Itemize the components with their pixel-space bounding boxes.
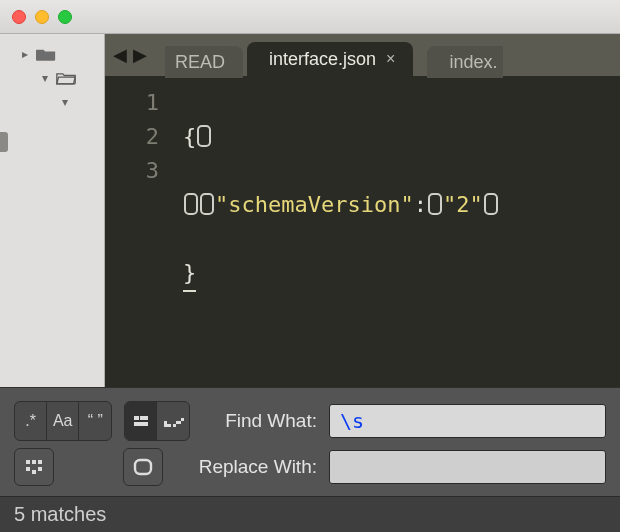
selection-icon [131, 411, 151, 431]
replace-input[interactable] [329, 450, 606, 484]
tab-interface-json[interactable]: interface.json × [247, 42, 413, 76]
wrap-icon [162, 412, 184, 430]
window-zoom-button[interactable] [58, 10, 72, 24]
window-close-button[interactable] [12, 10, 26, 24]
whitespace-match-marker [484, 193, 498, 215]
whitespace-match-marker [428, 193, 442, 215]
regex-toggle-button[interactable]: .* [15, 402, 47, 440]
svg-rect-0 [134, 416, 139, 420]
case-sensitive-toggle-button[interactable]: Aa [47, 402, 79, 440]
file-tree-sidebar [0, 34, 105, 387]
tab-history-nav: ◀ ▶ [113, 44, 147, 66]
whitespace-match-marker [184, 193, 198, 215]
match-count: 5 matches [14, 503, 106, 526]
preserve-case-toggle-button[interactable] [123, 448, 163, 486]
tab-bar: ◀ ▶ READ interface.json × index. [105, 34, 620, 76]
regex-icon: .* [25, 412, 36, 430]
line-number: 1 [105, 86, 159, 120]
code-json-value: "2" [443, 192, 483, 217]
find-scope-group [124, 401, 190, 441]
find-input[interactable] [329, 404, 606, 438]
editor-panel: ◀ ▶ READ interface.json × index. 1 2 3 {… [105, 34, 620, 387]
tree-row[interactable] [0, 42, 104, 66]
tab-readme[interactable]: READ [165, 46, 243, 78]
whitespace-match-marker [197, 125, 211, 147]
code-area[interactable]: { "schemaVersion":"2" } [175, 76, 620, 387]
window-titlebar [0, 0, 620, 34]
sidebar-handle[interactable] [0, 132, 8, 152]
tab-label: READ [175, 52, 225, 73]
quotes-icon: “ ” [88, 412, 103, 430]
folder-open-icon [56, 71, 76, 85]
rounded-rect-icon [132, 457, 154, 477]
nav-forward-icon[interactable]: ▶ [133, 44, 147, 66]
replace-all-button[interactable] [14, 448, 54, 486]
find-replace-panel: .* Aa “ ” Find What: Replace With: [0, 387, 620, 496]
whole-word-toggle-button[interactable]: “ ” [79, 402, 111, 440]
tree-row[interactable] [0, 66, 104, 90]
in-selection-toggle-button[interactable] [125, 402, 157, 440]
disclosure-down-icon [38, 71, 52, 85]
tab-close-icon[interactable]: × [386, 50, 395, 68]
editor-body[interactable]: 1 2 3 { "schemaVersion":"2" } [105, 76, 620, 387]
tab-label: index. [449, 52, 497, 73]
wrap-toggle-button[interactable] [157, 402, 189, 440]
svg-rect-2 [134, 422, 148, 426]
tab-index[interactable]: index. [427, 46, 503, 78]
code-json-key: "schemaVersion" [215, 192, 414, 217]
replace-all-icon [23, 457, 45, 477]
status-bar: 5 matches [0, 496, 620, 532]
disclosure-down-icon [58, 95, 72, 109]
svg-rect-3 [135, 460, 151, 474]
tab-label: interface.json [269, 49, 376, 70]
code-colon: : [414, 192, 427, 217]
window-minimize-button[interactable] [35, 10, 49, 24]
code-brace: } [183, 256, 196, 292]
tree-row[interactable] [0, 90, 104, 114]
case-icon: Aa [53, 412, 73, 430]
replace-label: Replace With: [175, 456, 317, 478]
svg-rect-1 [140, 416, 148, 420]
disclosure-right-icon [18, 47, 32, 61]
find-options-group: .* Aa “ ” [14, 401, 112, 441]
line-number: 3 [105, 154, 159, 188]
whitespace-match-marker [200, 193, 214, 215]
line-number: 2 [105, 120, 159, 154]
code-brace: { [183, 124, 196, 149]
folder-icon [36, 47, 56, 61]
line-gutter: 1 2 3 [105, 76, 175, 387]
nav-back-icon[interactable]: ◀ [113, 44, 127, 66]
find-label: Find What: [202, 410, 317, 432]
